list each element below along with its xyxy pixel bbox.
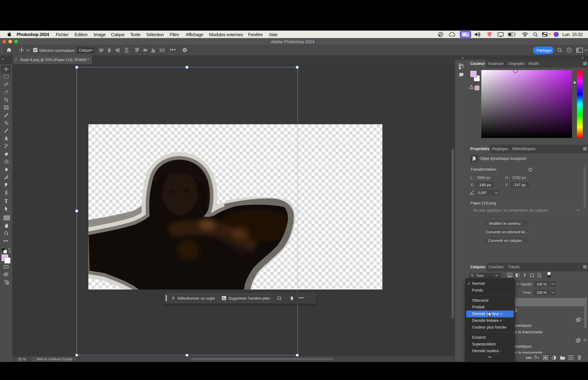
svg-text:?: ? [568, 48, 570, 52]
